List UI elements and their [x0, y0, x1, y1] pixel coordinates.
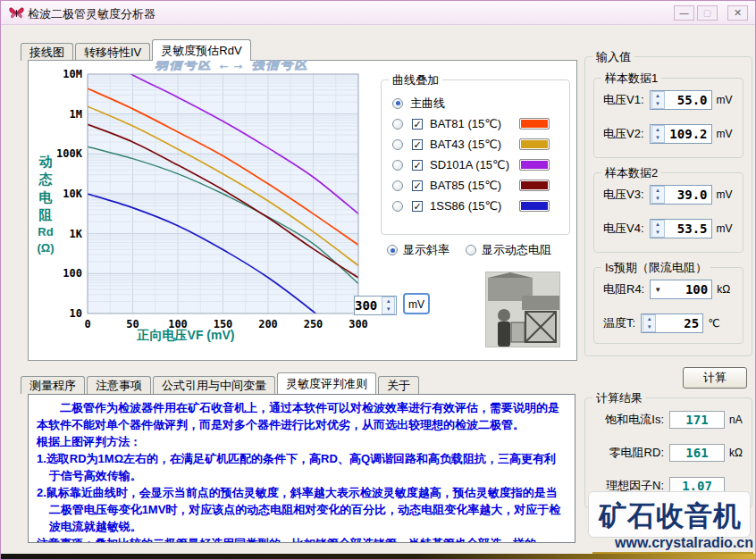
field-value[interactable]: 53.5: [666, 221, 711, 236]
curve-select-radio[interactable]: [392, 201, 403, 212]
curve-visible-checkbox[interactable]: ✓: [412, 139, 423, 150]
curve-select-radio[interactable]: [392, 160, 403, 171]
curve-visible-checkbox[interactable]: ✓: [412, 201, 423, 212]
input-row: 电压V4:▲▼53.5mV: [603, 218, 733, 239]
field-spinner[interactable]: ▲▼: [651, 125, 665, 143]
display-mode-radio[interactable]: [466, 245, 476, 255]
field-unit: mV: [717, 94, 733, 106]
sample2-title: 样本数据2: [601, 166, 661, 180]
spin-down-icon[interactable]: ▼: [652, 134, 664, 142]
curve-label: BAT43 (15℃): [430, 138, 501, 151]
tab-main-3[interactable]: 灵敏度预估RdV: [152, 39, 250, 61]
y-tick-label: 100K: [56, 147, 83, 160]
calculate-button[interactable]: 计算: [683, 367, 747, 389]
curve-visible-checkbox[interactable]: ✓: [412, 160, 423, 171]
tab-info-3[interactable]: 公式引用与中间变量: [153, 376, 275, 394]
curve-select-radio[interactable]: [392, 139, 403, 150]
field-box[interactable]: ▲▼53.5: [650, 219, 712, 238]
curve-select-radio[interactable]: [392, 119, 403, 130]
field-spinner[interactable]: ▲▼: [651, 220, 665, 238]
x-limit-spinner[interactable]: ▲▼: [382, 297, 395, 314]
rd-vf-chart[interactable]: 弱信号区 ←→ 强信号区10M1M100K10K1K10010050100150…: [37, 60, 376, 358]
tab-main-2[interactable]: 转移特性IV: [75, 43, 150, 61]
maximize-button[interactable]: ▢: [697, 5, 718, 21]
close-button[interactable]: ✕: [727, 5, 748, 21]
field-value[interactable]: 109.2: [666, 127, 711, 141]
overlay-row: ✓BAT43 (15℃): [382, 134, 569, 155]
spin-down-icon[interactable]: ▼: [652, 100, 664, 108]
curve-label: SD101A (15℃): [430, 158, 509, 171]
y-axis-title: 动态电阻Rd(Ω): [35, 153, 56, 256]
curve-color-swatch[interactable]: [519, 159, 550, 171]
x-limit-value[interactable]: 300: [355, 298, 381, 313]
tab-info-2[interactable]: 注意事项: [87, 376, 151, 394]
x-limit-field[interactable]: 300 ▲▼: [354, 296, 397, 315]
y-tick-label: 100: [63, 267, 82, 280]
curve-color-swatch[interactable]: [519, 118, 550, 130]
spin-up-icon[interactable]: ▲: [643, 315, 655, 323]
overlay-row: 主曲线: [382, 93, 569, 113]
curve-label: BAT81 (15℃): [430, 117, 501, 130]
display-mode-label: 显示动态电阻: [482, 242, 551, 258]
spin-up-icon[interactable]: ▲: [652, 187, 664, 195]
field-unit: mV: [717, 222, 733, 235]
field-box[interactable]: ▼100: [650, 280, 712, 299]
curve-select-radio[interactable]: [392, 98, 403, 109]
x-limit-control: 300 ▲▼: [354, 295, 397, 316]
field-value[interactable]: 100: [665, 282, 711, 297]
x-tick-label: 300: [349, 318, 368, 330]
field-box[interactable]: ▲▼39.0: [650, 185, 712, 205]
field-value[interactable]: 55.0: [666, 93, 711, 107]
spin-up-icon[interactable]: ▲: [652, 92, 664, 100]
tab-main-1[interactable]: 接线图: [21, 43, 73, 61]
curve-color-swatch[interactable]: [519, 138, 550, 150]
app-icon: [9, 5, 24, 21]
display-mode-radio[interactable]: [387, 245, 398, 255]
spin-down-icon[interactable]: ▼: [652, 229, 664, 237]
overlay-row: ✓BAT81 (15℃): [382, 113, 569, 134]
spin-up-icon[interactable]: ▲: [382, 297, 394, 305]
spin-up-icon[interactable]: ▲: [652, 126, 664, 134]
curve-select-radio[interactable]: [392, 180, 403, 191]
curve-label: 主曲线: [410, 96, 445, 112]
minimize-button[interactable]: —: [674, 5, 694, 21]
vintage-photo-sketch: [486, 272, 560, 347]
note-line: 1.选取RD为1MΩ左右的，在满足矿机匹配的条件下，高RD、高Q调谐回路和高负载…: [37, 450, 567, 484]
tab-info-1[interactable]: 测量程序: [21, 376, 85, 394]
y-tick-label: 1M: [70, 108, 82, 121]
spin-down-icon[interactable]: ▼: [382, 305, 394, 313]
dropdown-arrow-icon[interactable]: ▼: [651, 286, 665, 294]
input-row: 电阻R4:▼100kΩ: [603, 279, 730, 300]
display-mode-option: 显示动态电阻: [466, 242, 551, 258]
curve-visible-checkbox[interactable]: ✓: [412, 119, 423, 130]
curve-color-swatch[interactable]: [519, 180, 550, 191]
y-axis-title-char: 电: [35, 188, 56, 206]
field-spinner[interactable]: ▲▼: [651, 91, 665, 109]
curve-color-swatch[interactable]: [519, 200, 550, 212]
field-unit: mV: [717, 128, 733, 140]
sample1-group: 样本数据1 电压V1:▲▼55.0mV电压V2:▲▼109.2mV: [593, 78, 743, 158]
field-spinner[interactable]: ▲▼: [643, 314, 656, 332]
mv-unit-button[interactable]: mV: [403, 293, 430, 314]
field-box[interactable]: ▲▼109.2: [650, 124, 712, 144]
spin-down-icon[interactable]: ▼: [643, 323, 655, 331]
note-line: 二极管作为检波器件用在矿石收音机上，通过本软件可以对检波效率进行有效评估，需要说…: [37, 399, 567, 433]
spin-up-icon[interactable]: ▲: [652, 221, 664, 229]
field-value[interactable]: 39.0: [666, 188, 711, 202]
input-row: 电压V1:▲▼55.0mV: [603, 89, 733, 111]
results-title: 计算结果: [592, 391, 646, 405]
field-box[interactable]: ▲▼25: [641, 313, 703, 333]
field-unit: ℃: [708, 317, 719, 330]
field-value[interactable]: 25: [657, 316, 702, 330]
curve-visible-checkbox[interactable]: ✓: [412, 180, 423, 191]
y-axis-title-char: Rd: [35, 224, 56, 240]
field-box[interactable]: ▲▼55.0: [650, 90, 712, 110]
tab-info-4[interactable]: 灵敏度评判准则: [277, 372, 376, 394]
title-bar[interactable]: 检波二极管灵敏度分析器 — ▢ ✕: [1, 1, 755, 25]
spin-down-icon[interactable]: ▼: [652, 195, 664, 203]
y-tick-label: 1K: [70, 228, 83, 240]
y-tick-label: 10M: [63, 68, 82, 80]
tab-info-5[interactable]: 关于: [378, 376, 419, 394]
field-spinner[interactable]: ▲▼: [651, 186, 665, 204]
crystalradio-logo: 矿石收音机: [589, 497, 752, 535]
